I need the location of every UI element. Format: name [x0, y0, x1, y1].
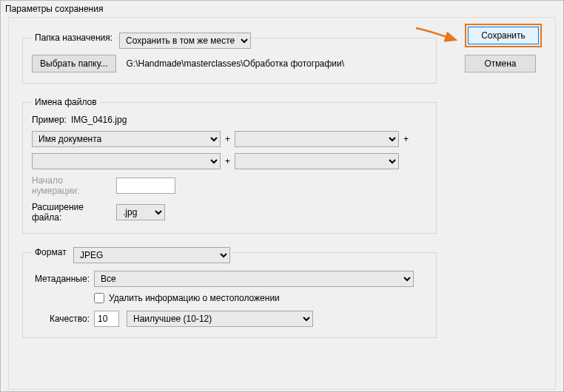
example-value: IMG_0416.jpg: [71, 115, 127, 125]
main-column: Папка назначения: Сохранить в том же мес…: [22, 33, 437, 351]
filenames-group: Имена файлов Пример: IMG_0416.jpg Имя до…: [22, 97, 437, 234]
format-group: Формат: JPEG Метаданные: Все Удалить инф…: [22, 247, 437, 338]
destination-group: Папка назначения: Сохранить в том же мес…: [22, 33, 437, 84]
filenames-legend: Имена файлов: [32, 97, 100, 107]
remove-location-checkbox[interactable]: [94, 293, 104, 303]
plus-2: +: [403, 134, 409, 144]
destination-legend: Папка назначения:: [32, 33, 115, 43]
window-title: Параметры сохранения: [1, 1, 563, 17]
side-buttons: Сохранить Отмена: [465, 24, 546, 72]
metadata-label: Метаданные:: [32, 274, 90, 284]
numbering-start-input: [116, 178, 175, 194]
quality-label: Качество:: [32, 314, 90, 324]
numbering-start-label: Начало нумерации:: [32, 175, 112, 196]
filename-token-1-select[interactable]: Имя документа: [32, 131, 221, 147]
quality-preset-select[interactable]: Наилучшее (10-12): [127, 311, 313, 327]
save-button[interactable]: Сохранить: [468, 27, 539, 44]
plus-3: +: [225, 156, 230, 166]
quality-input[interactable]: [94, 311, 119, 327]
dialog-content: Сохранить Отмена Папка назначения: Сохра…: [8, 17, 556, 390]
dialog-window: Параметры сохранения Сохранить Отмена Па…: [0, 0, 564, 392]
filename-token-2-select[interactable]: [235, 131, 399, 147]
plus-1: +: [225, 134, 230, 144]
save-button-highlight: Сохранить: [465, 24, 542, 47]
extension-select[interactable]: .jpg: [116, 204, 165, 220]
destination-mode-select[interactable]: Сохранить в том же месте: [119, 33, 251, 49]
format-legend: Формат:: [32, 247, 72, 257]
example-label: Пример:: [32, 115, 67, 125]
filename-token-3-select[interactable]: [32, 153, 221, 169]
remove-location-label: Удалить информацию о местоположении: [109, 293, 280, 303]
filename-token-4-select[interactable]: [235, 153, 399, 169]
destination-path: G:\Handmade\masterclasses\Обработка фото…: [127, 58, 345, 69]
format-select[interactable]: JPEG: [73, 247, 230, 263]
metadata-select[interactable]: Все: [94, 271, 414, 287]
cancel-button[interactable]: Отмена: [465, 55, 536, 72]
extension-label: Расширение файла:: [32, 202, 112, 223]
choose-folder-button[interactable]: Выбрать папку...: [32, 55, 116, 72]
